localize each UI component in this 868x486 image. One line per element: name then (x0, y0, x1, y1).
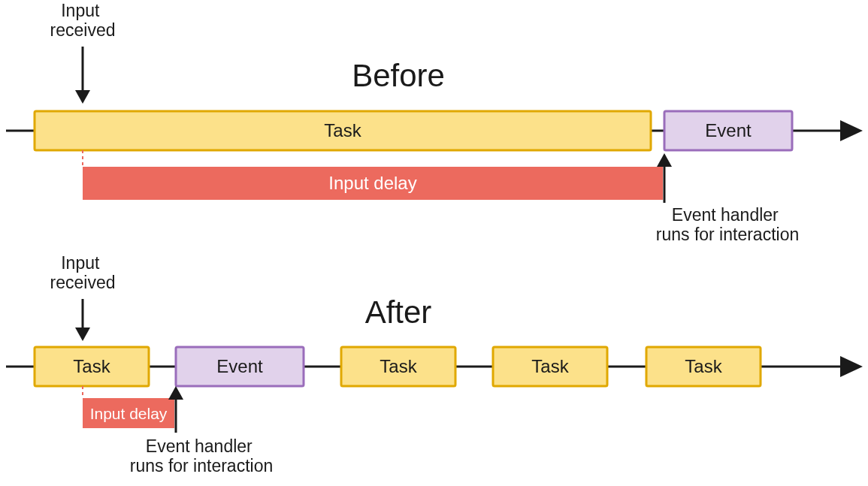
arrow-down-icon (75, 299, 90, 341)
after-title: After (365, 294, 432, 330)
before-handler-caption: Event handler runs for interaction (656, 205, 799, 244)
after-input-delay-label: Input delay (90, 405, 168, 422)
before-event-label: Event (705, 120, 752, 140)
before-input-received-label: Input received (50, 1, 116, 40)
svg-marker-3 (840, 120, 863, 141)
timing-diagram: Before Input received Task Event Input d… (0, 0, 868, 486)
after-task-label-2: Task (380, 356, 417, 376)
after-handler-caption: Event handler runs for interaction (130, 436, 273, 475)
svg-marker-11 (168, 386, 183, 400)
svg-marker-5 (657, 153, 672, 167)
before-task-label: Task (324, 120, 361, 140)
after-task-label-4: Task (685, 356, 722, 376)
before-title: Before (352, 58, 445, 93)
svg-marker-7 (75, 328, 90, 341)
svg-marker-9 (840, 356, 863, 377)
svg-marker-1 (75, 90, 90, 104)
arrow-down-icon (75, 47, 90, 104)
after-event-label: Event (216, 356, 263, 376)
after-task-label-1: Task (73, 356, 110, 376)
before-input-delay-label: Input delay (328, 173, 416, 193)
after-task-label-3: Task (531, 356, 569, 376)
after-input-received-label: Input received (50, 253, 116, 292)
